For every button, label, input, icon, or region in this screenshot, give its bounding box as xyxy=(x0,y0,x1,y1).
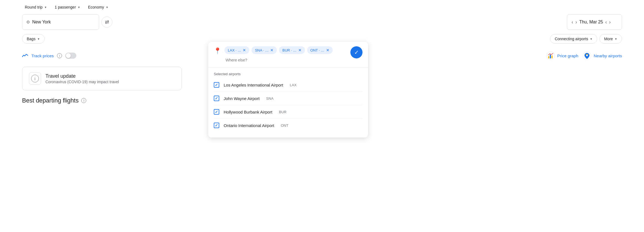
origin-search-box[interactable]: New York xyxy=(22,14,99,30)
chip-ont-close[interactable]: ✕ xyxy=(326,48,329,52)
right-actions: Price graph Nearby airports xyxy=(546,51,622,60)
cabin-dropdown[interactable]: Economy ▼ xyxy=(85,3,111,11)
airport-ont-name: Ontario International Airport xyxy=(224,123,274,128)
connecting-airports-label: Connecting airports xyxy=(555,37,588,41)
connecting-airports-chevron-icon: ▼ xyxy=(590,37,592,41)
dropdown-header: 📍 LAX · … ✕ SNA · … ✕ BUR · … ✕ xyxy=(208,42,368,68)
price-graph-icon xyxy=(546,51,555,60)
svg-rect-2 xyxy=(550,55,551,58)
airport-lax-code: LAX xyxy=(290,83,297,87)
where-else-input[interactable] xyxy=(224,56,275,64)
more-chevron-icon: ▼ xyxy=(615,37,617,41)
update-text-area: Travel update Coronavirus (COVID-19) may… xyxy=(45,73,119,84)
airport-bur-code: BUR xyxy=(279,110,286,114)
track-prices-icon xyxy=(22,53,28,58)
chip-sna-label: SNA · … xyxy=(255,48,269,52)
update-info-icon: i xyxy=(31,75,39,82)
top-bar: Round trip ▼ 1 passenger ▼ Economy ▼ xyxy=(0,0,644,14)
passengers-label: 1 passenger xyxy=(55,5,76,9)
date-next-arrow[interactable]: › xyxy=(575,19,577,25)
bags-filter-label: Bags xyxy=(27,37,36,41)
check-ont-icon: ✓ xyxy=(215,123,218,128)
best-departing-info-icon[interactable]: i xyxy=(81,98,86,103)
chip-lax[interactable]: LAX · … ✕ xyxy=(224,46,249,54)
check-sna-icon: ✓ xyxy=(215,96,218,101)
passengers-chevron: ▼ xyxy=(78,6,80,9)
checkbox-ont[interactable]: ✓ xyxy=(214,123,219,128)
chip-bur[interactable]: BUR · … ✕ xyxy=(279,46,305,54)
check-lax-icon: ✓ xyxy=(215,83,218,87)
date-prev-arrow[interactable]: ‹ xyxy=(572,19,573,25)
airport-item-bur[interactable]: ✓ Hollywood Burbank Airport BUR xyxy=(214,105,362,119)
airport-item-lax[interactable]: ✓ Los Angeles International Airport LAX xyxy=(214,78,362,92)
airport-lax-name: Los Angeles International Airport xyxy=(224,83,283,87)
nearby-airports-link[interactable]: Nearby airports xyxy=(583,51,622,60)
airport-item-ont[interactable]: ✓ Ontario International Airport ONT xyxy=(214,119,362,132)
chip-bur-close[interactable]: ✕ xyxy=(298,48,302,52)
cabin-label: Economy xyxy=(88,5,104,9)
update-title: Travel update xyxy=(45,73,119,79)
passengers-dropdown[interactable]: 1 passenger ▼ xyxy=(52,3,83,11)
cabin-chevron: ▼ xyxy=(106,6,109,9)
section-label: Selected airports xyxy=(214,72,362,76)
update-icon-box: i xyxy=(29,72,41,85)
track-prices-label: Track prices xyxy=(31,53,54,58)
checkbox-bur[interactable]: ✓ xyxy=(214,109,219,115)
airport-dropdown: 📍 LAX · … ✕ SNA · … ✕ BUR · … ✕ xyxy=(208,42,368,137)
info-text: i xyxy=(59,54,60,57)
price-graph-label: Price graph xyxy=(557,53,578,58)
airport-item-sna[interactable]: ✓ John Wayne Airport SNA xyxy=(214,92,362,105)
depart-date-prev[interactable]: ‹ xyxy=(605,19,607,25)
chip-sna[interactable]: SNA · … ✕ xyxy=(251,46,277,54)
search-row: New York ⇄ 📍 LAX · … ✕ SNA · … ✕ xyxy=(0,14,644,30)
chip-ont[interactable]: ONT · … ✕ xyxy=(307,46,333,54)
checkbox-sna[interactable]: ✓ xyxy=(214,96,219,101)
best-departing-label: Best departing flights xyxy=(22,97,79,104)
price-graph-link[interactable]: Price graph xyxy=(546,51,578,60)
track-prices-info-icon[interactable]: i xyxy=(57,53,62,58)
round-trip-chevron: ▼ xyxy=(44,6,47,9)
bags-chevron-icon: ▼ xyxy=(37,37,40,41)
chip-lax-label: LAX · … xyxy=(228,48,241,52)
nearby-airports-label: Nearby airports xyxy=(594,53,622,58)
chip-sna-close[interactable]: ✕ xyxy=(270,48,274,52)
chip-ont-label: ONT · … xyxy=(310,48,324,52)
origin-text: New York xyxy=(32,20,51,25)
airport-sna-name: John Wayne Airport xyxy=(224,96,259,101)
depart-date-next[interactable]: › xyxy=(609,19,611,25)
travel-update-card[interactable]: i Travel update Coronavirus (COVID-19) m… xyxy=(22,67,182,90)
svg-rect-1 xyxy=(548,56,549,58)
pin-icon: 📍 xyxy=(214,47,221,55)
checkbox-lax[interactable]: ✓ xyxy=(214,82,219,88)
chip-lax-close[interactable]: ✕ xyxy=(243,48,246,52)
chip-bur-label: BUR · … xyxy=(282,48,296,52)
depart-date-box[interactable]: ‹ › Thu, Mar 25 ‹ › xyxy=(567,14,622,30)
airport-sna-code: SNA xyxy=(266,96,274,101)
round-trip-dropdown[interactable]: Round trip ▼ xyxy=(22,3,50,11)
nearby-airports-icon xyxy=(583,51,591,60)
more-label: More xyxy=(604,37,613,41)
track-prices-toggle[interactable] xyxy=(65,53,76,59)
bags-filter-button[interactable]: Bags ▼ xyxy=(22,34,45,44)
airport-bur-name: Hollywood Burbank Airport xyxy=(224,110,272,114)
svg-rect-3 xyxy=(551,55,553,58)
origin-dot-icon xyxy=(27,21,29,23)
confirm-button[interactable]: ✓ xyxy=(350,46,362,58)
connecting-airports-button[interactable]: Connecting airports ▼ xyxy=(550,34,597,44)
chips-area: LAX · … ✕ SNA · … ✕ BUR · … ✕ ONT · … ✕ xyxy=(224,46,347,64)
airport-ont-code: ONT xyxy=(281,123,288,128)
depart-date-text: Thu, Mar 25 xyxy=(579,20,603,25)
more-button[interactable]: More ▼ xyxy=(599,34,622,44)
update-subtitle: Coronavirus (COVID-19) may impact travel xyxy=(45,80,119,84)
round-trip-label: Round trip xyxy=(25,5,43,9)
swap-button[interactable]: ⇄ xyxy=(101,17,112,28)
check-bur-icon: ✓ xyxy=(215,110,218,114)
selected-airports-section: Selected airports ✓ Los Angeles Internat… xyxy=(208,68,368,132)
